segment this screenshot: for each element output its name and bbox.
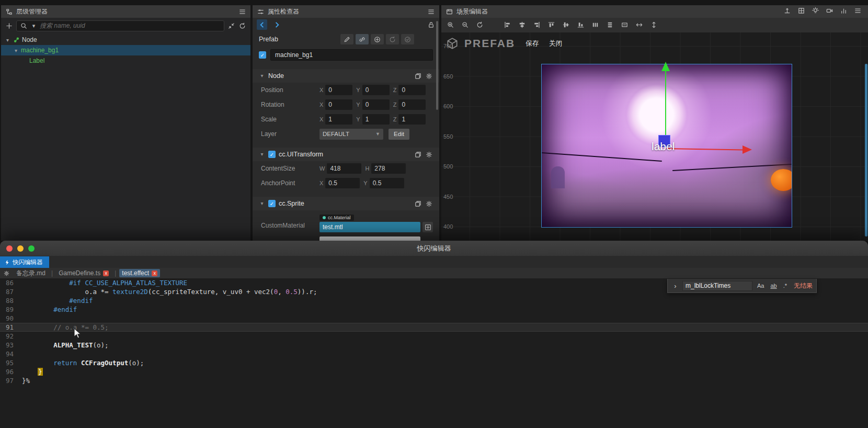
value-input[interactable]: 0 bbox=[325, 99, 352, 110]
tree-item-label[interactable]: Label bbox=[1, 55, 250, 66]
uitransform-section-header[interactable]: ▾ cc.UITransform bbox=[253, 148, 439, 161]
material-picker-button[interactable] bbox=[422, 222, 433, 232]
layer-edit-button[interactable]: Edit bbox=[389, 129, 409, 140]
file-tab-2[interactable]: GameDefine.tsx bbox=[56, 269, 111, 277]
gizmo-button[interactable] bbox=[783, 7, 791, 16]
align-middle-button[interactable] bbox=[562, 21, 571, 30]
material-input[interactable]: test.mtl bbox=[319, 222, 420, 232]
code-line[interactable]: 95 return CCFragOutput(o); bbox=[0, 358, 868, 367]
stretch-h-button[interactable] bbox=[635, 21, 644, 30]
file-tab-1[interactable]: 备忘录.md bbox=[14, 268, 48, 278]
reset-view-button[interactable] bbox=[476, 21, 485, 30]
hierarchy-search-input[interactable]: ▾ 搜索 name, uuid bbox=[16, 20, 224, 31]
uitransform-copy-icon[interactable] bbox=[414, 151, 422, 159]
collapse-all-icon[interactable] bbox=[227, 22, 235, 30]
find-input[interactable]: m_lblLockTimes bbox=[682, 281, 752, 291]
align-left-button[interactable] bbox=[504, 21, 512, 30]
light-button[interactable] bbox=[812, 7, 819, 16]
gizmo-x-arrowhead[interactable] bbox=[743, 145, 752, 154]
code-line[interactable]: 93 ALPHA_TEST(o); bbox=[0, 341, 868, 350]
value-input[interactable]: 0 bbox=[362, 85, 390, 95]
distribute-h-button[interactable] bbox=[591, 21, 600, 30]
same-size-button[interactable] bbox=[621, 21, 630, 30]
value-input[interactable]: 1 bbox=[398, 114, 426, 125]
code-line[interactable]: 88 #endif bbox=[0, 296, 868, 305]
align-top-button[interactable] bbox=[547, 21, 556, 30]
node-active-checkbox[interactable] bbox=[259, 51, 266, 59]
scene-canvas[interactable]: 700650600550500450400 PREFAB 保存 关闭 label bbox=[441, 32, 868, 241]
scene-scrollbar[interactable] bbox=[865, 64, 867, 236]
stats-button[interactable] bbox=[840, 7, 848, 16]
tab-gear-icon[interactable] bbox=[3, 270, 10, 277]
forward-button[interactable] bbox=[271, 19, 282, 30]
next-property-field[interactable] bbox=[319, 236, 420, 241]
uitransform-checkbox[interactable] bbox=[268, 151, 276, 158]
add-prefab-button[interactable] bbox=[371, 34, 384, 44]
find-expand-icon[interactable]: › bbox=[671, 282, 679, 290]
file-tab-3[interactable]: test.effectx bbox=[119, 269, 160, 277]
node-name-input[interactable]: machine_bg1 bbox=[270, 49, 433, 61]
regex-button[interactable]: .* bbox=[782, 282, 789, 289]
sprite-gear-icon[interactable] bbox=[425, 200, 433, 208]
code-line[interactable]: 89 #endif bbox=[0, 305, 868, 314]
sprite-caret-icon[interactable]: ▾ bbox=[259, 200, 265, 208]
hierarchy-menu-icon[interactable] bbox=[238, 8, 246, 16]
value-input[interactable]: 1 bbox=[362, 114, 390, 125]
camera-button[interactable] bbox=[826, 7, 833, 16]
code-line[interactable]: 94 bbox=[0, 350, 868, 358]
node-caret-icon[interactable]: ▾ bbox=[259, 72, 265, 80]
sprite-section-header[interactable]: ▾ cc.Sprite bbox=[253, 197, 439, 210]
value-input[interactable]: 1 bbox=[325, 114, 352, 125]
inspector-menu-icon[interactable] bbox=[427, 8, 435, 16]
grid-button[interactable] bbox=[797, 7, 805, 16]
node-copy-icon[interactable] bbox=[414, 72, 422, 80]
code-area[interactable]: 86 #if CC_USE_ALPHA_ATLAS_TEXTURE87 o.a … bbox=[0, 278, 868, 428]
code-line[interactable]: 90 bbox=[0, 314, 868, 323]
lock-icon[interactable] bbox=[427, 21, 435, 29]
edit-prefab-button[interactable] bbox=[340, 34, 353, 44]
value-input[interactable]: 0 bbox=[398, 99, 426, 110]
window-titlebar[interactable]: 快闪编辑器 bbox=[0, 241, 868, 256]
prefab-save-button[interactable]: 保存 bbox=[526, 39, 539, 48]
code-line[interactable]: 91 // o.a *= 0.5; bbox=[0, 323, 868, 332]
revert-prefab-button[interactable] bbox=[386, 34, 399, 44]
distribute-v-button[interactable] bbox=[606, 21, 615, 30]
whole-word-button[interactable]: ab bbox=[769, 282, 778, 289]
tree-item-machine_bg1[interactable]: ▾machine_bg1 bbox=[1, 45, 250, 55]
selected-node-label[interactable]: label bbox=[652, 140, 675, 153]
gizmo-y-axis[interactable] bbox=[665, 71, 666, 142]
code-line[interactable]: 96 } bbox=[0, 367, 868, 376]
stretch-v-button[interactable] bbox=[650, 21, 659, 30]
expand-caret-icon[interactable]: ▾ bbox=[13, 48, 19, 53]
align-right-button[interactable] bbox=[533, 21, 542, 30]
match-case-button[interactable]: Aa bbox=[756, 282, 766, 289]
prefab-close-button[interactable]: 关闭 bbox=[549, 39, 562, 48]
refresh-icon[interactable] bbox=[238, 22, 246, 30]
sprite-checkbox[interactable] bbox=[268, 200, 276, 207]
unlink-prefab-button[interactable] bbox=[356, 34, 369, 44]
gizmo-y-arrowhead[interactable] bbox=[661, 62, 670, 71]
zoom-in-button[interactable] bbox=[447, 21, 455, 30]
align-bottom-button[interactable] bbox=[577, 21, 586, 30]
scene-menu-button[interactable] bbox=[854, 7, 862, 16]
expand-caret-icon[interactable]: ▾ bbox=[4, 37, 11, 43]
value-input[interactable]: 0 bbox=[398, 85, 426, 95]
close-tab-icon[interactable]: x bbox=[103, 271, 109, 276]
code-line[interactable]: 92 bbox=[0, 332, 868, 341]
align-center-h-button[interactable] bbox=[518, 21, 527, 30]
code-line[interactable]: 97}% bbox=[0, 376, 868, 385]
app-tab[interactable]: 快闪编辑器 bbox=[0, 256, 49, 268]
back-button[interactable] bbox=[257, 19, 267, 30]
value-input[interactable]: 0.5 bbox=[370, 178, 404, 188]
apply-prefab-button[interactable] bbox=[401, 34, 414, 44]
close-tab-icon[interactable]: x bbox=[152, 271, 157, 276]
value-input[interactable]: 0 bbox=[362, 99, 390, 110]
tree-item-node[interactable]: ▾Node bbox=[1, 35, 250, 45]
search-caret-icon[interactable]: ▾ bbox=[30, 22, 38, 30]
uitransform-caret-icon[interactable]: ▾ bbox=[259, 151, 265, 159]
value-input[interactable]: 0.5 bbox=[325, 178, 360, 188]
value-input[interactable]: 278 bbox=[371, 163, 406, 174]
zoom-out-button[interactable] bbox=[461, 21, 470, 30]
inspector-scrollbar[interactable] bbox=[436, 21, 438, 110]
add-node-icon[interactable] bbox=[5, 22, 13, 30]
